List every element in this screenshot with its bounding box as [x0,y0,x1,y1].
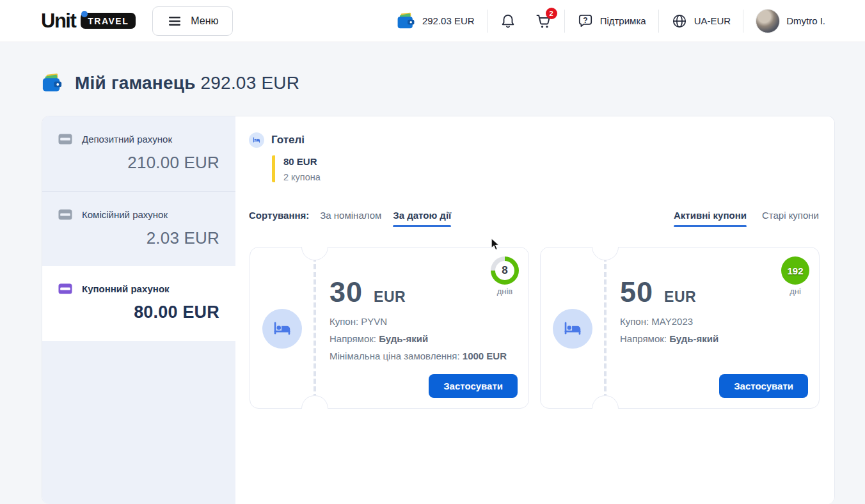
accounts-sidebar: Депозитний рахунок 210.00 EUR Комісійний… [42,116,235,504]
days-left-unit: дні [790,287,801,296]
support-chat-icon: ? [577,13,594,29]
coupon-currency: EUR [374,288,406,306]
category-coupon-count: 2 купона [283,172,321,182]
card-icon [58,209,72,220]
days-left-badge: 8 днів [489,256,520,296]
top-header: Unit TRAVEL Меню 292.03 EUR [0,0,865,42]
language-currency-selector[interactable]: UA-EUR [671,13,731,29]
sidebar-item-coupon-account[interactable]: Купонний рахунок 80.00 EUR [42,266,235,341]
account-amount: 2.03 EUR [58,228,219,248]
days-left-badge: 192 дні [780,256,811,296]
notifications-button[interactable] [500,13,516,29]
coupon-value: 30 EUR [329,276,406,309]
page-title-text: Мій гаманець [75,73,196,93]
days-left-unit: днів [497,287,513,296]
cart-button[interactable]: 2 [534,12,552,29]
account-label: Депозитний рахунок [82,134,172,145]
account-amount: 80.00 EUR [58,303,219,322]
language-currency-label: UA-EUR [694,15,731,26]
coupon-card-may2023: 50 EUR Купон: MAY2023 Напрямок: Будь-яки… [540,247,820,409]
wallet-balance-text: 292.03 EUR [422,15,475,26]
ticket-notch-bottom [301,395,328,409]
wallet-title-icon [41,73,63,93]
coupons-panel: Готелі 80 EUR 2 купона Сортування: За но… [235,116,834,504]
wallet-icon [396,12,416,30]
page-title: Мій гаманець292.03 EUR [41,73,299,93]
coupon-code-row: Купон: MAY2023 [620,317,718,326]
sort-and-tabs-row: Сортування: За номіналом За датою дії Ак… [249,210,819,227]
category-title: Готелі [271,134,305,146]
coupon-min-price-row: Мінімальна ціна замовлення: 1000 EUR [329,351,507,361]
coupon-direction-row: Напрямок: Будь-який [329,334,507,343]
globe-icon [671,13,688,29]
days-left-value: 8 [495,261,514,280]
divider [743,10,743,33]
account-amount: 210.00 EUR [58,153,219,173]
brand-badge: TRAVEL [81,13,136,29]
divider [658,10,659,33]
coupon-cards: 30 EUR Купон: PYVN Напрямок: Будь-який М… [250,247,820,409]
brand-logo[interactable]: Unit TRAVEL [41,11,136,31]
cart-count-badge: 2 [546,8,557,19]
user-menu[interactable]: Dmytro I. [756,9,825,33]
apply-coupon-button[interactable]: Застосувати [719,374,808,398]
svg-text:?: ? [583,15,587,24]
coupon-details: Купон: PYVN Напрямок: Будь-який Мінімаль… [329,317,507,368]
ticket-perforation [604,256,607,399]
page-title-amount: 292.03 EUR [201,73,300,93]
header-wallet-balance[interactable]: 292.03 EUR [396,12,475,30]
support-link[interactable]: ? Підтримка [577,13,646,29]
hotel-category-icon [249,132,264,148]
coupon-amount: 50 [620,276,653,309]
hotel-bed-icon [553,309,592,349]
user-name: Dmytro I. [786,15,825,26]
divider [564,10,565,33]
logo-dot-icon [81,11,88,17]
coupon-tabs: Активні купони Старі купони [674,210,819,227]
hotel-bed-icon [262,309,302,349]
sorting-label: Сортування: [249,210,309,221]
ticket-perforation [313,256,316,399]
card-icon [58,134,72,145]
days-left-value: 192 [781,256,809,285]
account-label: Комісійний рахунок [82,209,168,220]
sidebar-item-deposit-account[interactable]: Депозитний рахунок 210.00 EUR [42,116,235,191]
apply-coupon-button[interactable]: Застосувати [429,374,518,398]
menu-button[interactable]: Меню [152,6,233,36]
ticket-notch-top [592,247,619,260]
coupon-amount: 30 [329,276,363,309]
hamburger-icon [167,13,182,29]
tab-active-coupons[interactable]: Активні купони [674,210,747,227]
support-label: Підтримка [600,15,646,26]
ticket-notch-bottom [592,395,619,409]
sort-option-by-date[interactable]: За датою дії [393,210,451,227]
brand-name: Unit [41,11,75,31]
days-progress-ring: 8 [491,256,519,285]
category-total: 80 EUR [283,155,321,168]
category-header: Готелі [249,132,305,148]
bell-icon [500,13,516,29]
wallet-page: Мій гаманець292.03 EUR Депозитний рахуно… [0,42,865,504]
tab-old-coupons[interactable]: Старі купони [762,210,819,227]
sidebar-item-commission-account[interactable]: Комісійний рахунок 2.03 EUR [42,191,235,266]
coupon-details: Купон: MAY2023 Напрямок: Будь-який [620,317,718,351]
wallet-container: Депозитний рахунок 210.00 EUR Комісійний… [42,116,835,504]
divider [487,10,488,33]
card-icon [58,283,72,294]
category-summary: 80 EUR 2 купона [272,155,321,182]
sort-option-by-value[interactable]: За номіналом [320,210,381,227]
ticket-notch-top [301,247,328,260]
account-label: Купонний рахунок [82,283,170,294]
coupon-code-row: Купон: PYVN [329,317,507,326]
header-actions: 292.03 EUR 2 [396,9,825,33]
user-avatar [756,9,780,33]
menu-label: Меню [191,15,218,27]
coupon-card-pyvn: 30 EUR Купон: PYVN Напрямок: Будь-який М… [250,247,529,409]
coupon-currency: EUR [664,288,696,306]
coupon-direction-row: Напрямок: Будь-який [620,334,718,343]
coupon-value: 50 EUR [620,276,696,309]
